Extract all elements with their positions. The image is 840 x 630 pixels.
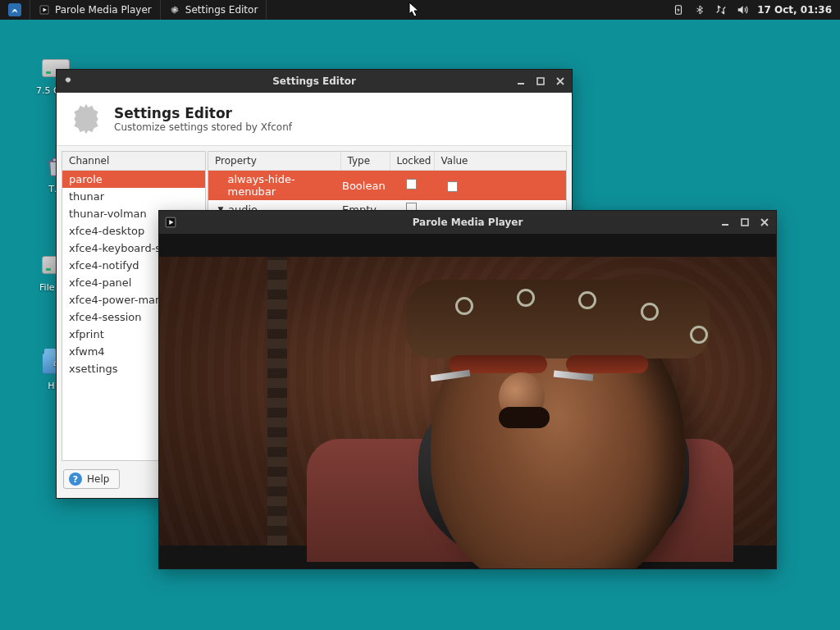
panel-clock[interactable]: 17 Oct, 01:36 bbox=[757, 4, 832, 16]
volume-icon[interactable] bbox=[736, 3, 749, 16]
svg-rect-5 bbox=[537, 78, 544, 84]
mouse-cursor-icon bbox=[409, 2, 420, 21]
channel-row[interactable]: thunar bbox=[62, 188, 205, 205]
property-row[interactable]: always-hide-menubarBoolean✓ bbox=[208, 171, 566, 200]
window-controls bbox=[719, 216, 771, 229]
taskbar-label: Settings Editor bbox=[185, 4, 258, 16]
settings-editor-heading: Settings Editor bbox=[114, 105, 292, 121]
taskbar-item-settings-editor[interactable]: Settings Editor bbox=[161, 0, 267, 20]
minimize-button[interactable] bbox=[719, 216, 732, 229]
minimize-button[interactable] bbox=[514, 75, 527, 88]
property-type: Boolean bbox=[337, 180, 401, 192]
value-checkbox[interactable]: ✓ bbox=[447, 181, 458, 192]
taskbar-label: Parole Media Player bbox=[55, 4, 152, 16]
video-playback-area[interactable] bbox=[159, 234, 776, 568]
svg-rect-4 bbox=[518, 83, 524, 84]
bluetooth-icon[interactable] bbox=[693, 3, 706, 16]
battery-icon[interactable] bbox=[672, 3, 685, 16]
play-icon bbox=[164, 216, 177, 229]
gear-icon bbox=[62, 75, 75, 88]
column-header-channel[interactable]: Channel bbox=[62, 152, 205, 170]
play-icon bbox=[39, 4, 50, 16]
window-title: Settings Editor bbox=[57, 75, 572, 87]
column-header-value[interactable]: Value bbox=[435, 152, 567, 170]
column-header-property[interactable]: Property bbox=[208, 152, 341, 170]
property-name: always-hide-menubar bbox=[227, 173, 337, 198]
column-header-type[interactable]: Type bbox=[341, 152, 390, 170]
panel-menu-button[interactable] bbox=[0, 0, 30, 20]
svg-rect-9 bbox=[742, 219, 748, 226]
settings-editor-header: Settings Editor Customize settings store… bbox=[57, 93, 572, 146]
help-button-label: Help bbox=[87, 473, 109, 485]
close-button[interactable] bbox=[758, 216, 771, 229]
column-header-locked[interactable]: Locked bbox=[390, 152, 435, 170]
maximize-button[interactable] bbox=[534, 75, 547, 88]
gear-icon bbox=[169, 4, 180, 16]
settings-editor-titlebar[interactable]: Settings Editor bbox=[57, 70, 572, 93]
panel-tray: 17 Oct, 01:36 bbox=[672, 0, 840, 20]
xfce-logo-icon bbox=[8, 3, 21, 16]
svg-rect-8 bbox=[722, 224, 728, 226]
maximize-button[interactable] bbox=[738, 216, 751, 229]
channel-row[interactable]: parole bbox=[62, 171, 205, 188]
top-panel: Parole Media Player Settings Editor 17 O… bbox=[0, 0, 840, 20]
parole-titlebar[interactable]: Parole Media Player bbox=[159, 211, 776, 234]
close-button[interactable] bbox=[554, 75, 567, 88]
settings-editor-subheading: Customize settings stored by Xfconf bbox=[114, 121, 292, 133]
window-controls bbox=[514, 75, 567, 88]
taskbar-item-parole[interactable]: Parole Media Player bbox=[30, 0, 161, 20]
help-icon: ? bbox=[69, 472, 82, 486]
video-frame-illustration bbox=[159, 257, 776, 546]
window-title: Parole Media Player bbox=[159, 217, 776, 228]
network-icon[interactable] bbox=[714, 3, 728, 16]
parole-player-window: Parole Media Player bbox=[158, 210, 777, 569]
help-button[interactable]: ? Help bbox=[63, 469, 120, 489]
gear-large-icon bbox=[68, 101, 104, 137]
locked-checkbox[interactable] bbox=[406, 179, 417, 189]
panel-task-area: Parole Media Player Settings Editor bbox=[0, 0, 267, 20]
